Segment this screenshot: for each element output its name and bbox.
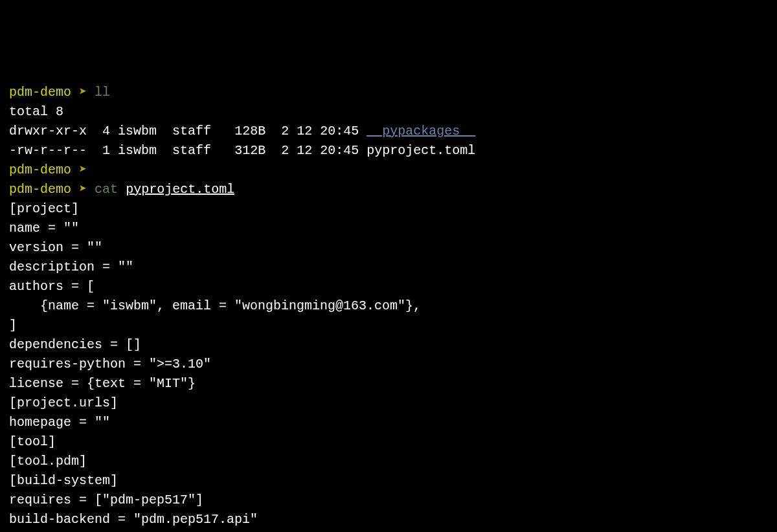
file-line: version = "": [9, 238, 768, 258]
terminal[interactable]: pdm-demo ➤ lltotal 8drwxr-xr-x 4 iswbm s…: [9, 83, 768, 532]
prompt-line-2: pdm-demo ➤ cat pyproject.toml: [9, 180, 768, 199]
file-line: requires = ["pdm-pep517"]: [9, 491, 768, 510]
file-perms: -rw-r--r--: [9, 143, 87, 158]
file-group: staff: [172, 124, 211, 139]
file-line: [project]: [9, 199, 768, 219]
file-date: 2 12 20:45: [281, 124, 359, 139]
command-ll: ll: [95, 85, 110, 100]
file-line: {name = "iswbm", email = "wongbingming@1…: [9, 296, 768, 316]
file-group: staff: [172, 143, 211, 158]
command-arg: pyproject.toml: [126, 182, 234, 197]
ll-total: total 8: [9, 102, 768, 122]
file-owner: iswbm: [118, 124, 157, 139]
prompt-dir: pdm-demo: [9, 182, 71, 197]
prompt-dir: pdm-demo: [9, 162, 71, 177]
file-links: 1: [102, 143, 110, 158]
file-line: [tool.pdm]: [9, 452, 768, 471]
file-line: [project.urls]: [9, 393, 768, 413]
file-size: 312B: [234, 143, 265, 158]
file-links: 4: [102, 124, 110, 139]
file-perms: drwxr-xr-x: [9, 124, 87, 139]
prompt-line-empty: pdm-demo ➤: [9, 161, 768, 180]
prompt-line-1: pdm-demo ➤ ll: [9, 83, 768, 102]
file-line: authors = [: [9, 277, 768, 296]
prompt-arrow-icon: ➤: [79, 182, 87, 197]
file-line: license = {text = "MIT"}: [9, 374, 768, 393]
file-line: requires-python = ">=3.10": [9, 355, 768, 374]
file-line: dependencies = []: [9, 335, 768, 355]
file-size: 128B: [234, 124, 265, 139]
ll-row-1: drwxr-xr-x 4 iswbm staff 128B 2 12 20:45…: [9, 122, 768, 141]
prompt-arrow-icon: ➤: [79, 85, 87, 100]
file-line: build-backend = "pdm.pep517.api": [9, 510, 768, 529]
directory-link: __pypackages__: [366, 124, 475, 139]
file-line: ]: [9, 316, 768, 335]
file-line: homepage = "": [9, 413, 768, 432]
file-line: [build-system]: [9, 471, 768, 491]
prompt-line-3[interactable]: pdm-demo ➤: [9, 529, 768, 532]
file-line: name = "": [9, 219, 768, 238]
prompt-arrow-icon: ➤: [79, 162, 87, 177]
file-date: 2 12 20:45: [281, 143, 359, 158]
file-line: [tool]: [9, 432, 768, 452]
file-owner: iswbm: [118, 143, 157, 158]
file-name: pyproject.toml: [366, 143, 475, 158]
ll-row-2: -rw-r--r-- 1 iswbm staff 312B 2 12 20:45…: [9, 141, 768, 161]
file-line: description = "": [9, 258, 768, 277]
command-cat: cat: [95, 182, 118, 197]
prompt-dir: pdm-demo: [9, 85, 71, 100]
